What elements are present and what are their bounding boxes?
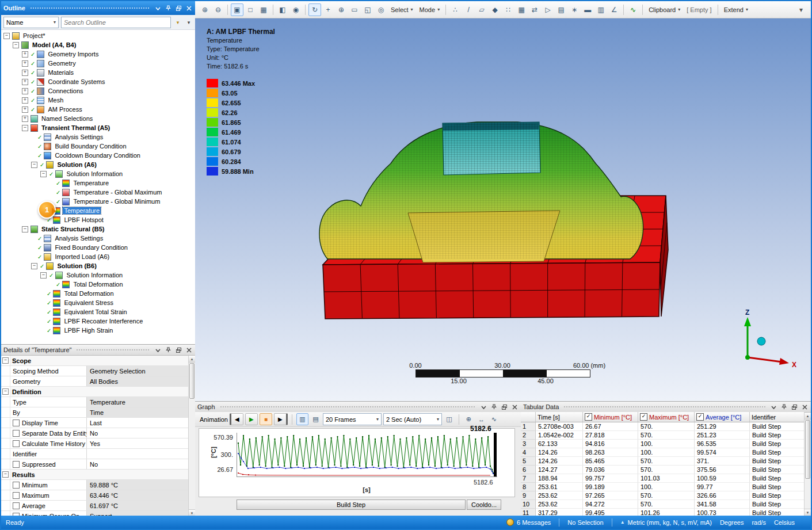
annotation-icon[interactable]: ◉ [289,3,302,16]
column-checkbox[interactable]: ✓ [696,413,704,421]
table-row[interactable]: 8253.6199.189100.99.77Build Step [521,483,805,491]
panel-menu-icon[interactable] [770,403,777,411]
tree-item-build-boundary-condition[interactable]: ✓Build Boundary Condition [1,142,195,151]
float-panel-icon[interactable] [175,5,182,12]
tree-item-temperature[interactable]: ✓Temperature [1,206,195,215]
parameter-checkbox[interactable] [13,461,20,468]
export-video-icon[interactable]: ◫ [444,414,455,425]
details-scrollbar[interactable]: ▲ ▼ [188,356,195,516]
column-header-minimum-c[interactable]: ✓Minimum [°C] [583,412,638,422]
tree-expander-icon[interactable]: − [22,226,28,232]
table-row[interactable]: 11317.2999.495101.26100.73Build Step [521,509,805,516]
column-checkbox[interactable]: ✓ [585,413,592,421]
previous-frame-button[interactable]: ◀ [230,413,243,425]
chart-icon[interactable]: ∿ [627,3,639,16]
select-edges-icon[interactable]: / [462,3,475,16]
magnifier-icon[interactable]: ◎ [375,3,387,16]
panel-menu-icon[interactable] [480,403,487,411]
pin-icon[interactable] [780,403,788,411]
detail-value[interactable]: No [87,459,188,469]
unit-system-status[interactable]: ▲ Metric (mm, kg, N, s, mV, mA) [620,519,712,526]
tree-item-temperature-global-minimum[interactable]: ✓Temperature - Global Minimum [1,197,195,206]
messages-status[interactable]: 6 Messages [506,518,551,526]
column-header-average-c[interactable]: ✓Average [°C] [695,412,750,422]
pan-graph-icon[interactable]: ↔ [476,414,487,425]
tree-expander-icon[interactable]: + [22,51,28,58]
select-dropdown[interactable]: Select▾ [388,4,416,16]
select-bodies-icon[interactable]: ◆ [489,3,501,16]
distributed-frames-icon[interactable]: ▤ [310,414,321,425]
tree-item-geometry[interactable]: +✓Geometry [1,59,195,68]
result-sets-icon[interactable]: ▥ [296,413,308,425]
tree-item-geometry-imports[interactable]: +✓Geometry Imports [1,49,195,59]
column-header-maximum-c[interactable]: ✓Maximum [°C] [638,412,695,422]
table-row[interactable]: 21.0542e-00227.818570.251.23Build Step [521,431,805,440]
model-viewport[interactable]: A: AM LPBF ThermalTemperatureType: Tempe… [195,18,811,401]
table-row[interactable]: 10253.6294.272570.341.58Build Step [521,500,805,509]
name-filter-dropdown[interactable]: Name ▾ [3,17,59,28]
tree-item-solution-a6[interactable]: −✓Solution (A6) [1,160,195,169]
float-panel-icon[interactable] [175,346,182,354]
select-elements-icon[interactable]: ▦ [515,3,528,16]
pan-icon[interactable]: + [322,3,334,16]
table-row[interactable]: 6124.2779.036570.375.56Build Step [521,466,805,474]
tree-item-am-process[interactable]: +✓AM Process [1,105,195,114]
tree-item-static-structural-b5[interactable]: −Static Structural (B5) [1,224,195,234]
tree-item-materials[interactable]: +✓Materials [1,68,195,77]
tree-item-project[interactable]: −Project* [1,31,195,40]
tree-item-lpbf-hotspot[interactable]: ✓LPBF Hotspot [1,215,195,224]
tree-expander-icon[interactable]: − [40,171,47,177]
scroll-up-icon[interactable]: ▲ [189,356,195,363]
parameter-checkbox[interactable] [13,420,20,426]
tree-item-imported-load-a6[interactable]: ✓Imported Load (A6) [1,252,195,261]
tree-item-temperature-global-maximum[interactable]: ✓Temperature - Global Maximum [1,188,195,197]
tree-item-analysis-settings[interactable]: ✓Analysis Settings [1,132,195,142]
select-nodes-icon[interactable]: ∷ [502,3,514,16]
tree-item-temperature[interactable]: ✓Temperature [1,178,195,188]
ruler-icon[interactable]: ▬ [581,3,594,16]
panel-menu-icon[interactable] [154,5,162,12]
parameter-checkbox[interactable] [13,482,20,489]
named-selection-display-icon[interactable]: ▤ [555,3,567,16]
tree-item-model-a4-b4[interactable]: −Model (A4, B4) [1,40,195,49]
category-collapse-icon[interactable]: − [2,471,9,478]
tree-item-total-deformation[interactable]: ✓Total Deformation [1,289,195,298]
extend-selection-icon[interactable]: ▷ [542,3,554,16]
show-coordinates-icon[interactable]: ∗ [568,3,581,16]
close-panel-icon[interactable] [185,346,193,354]
extend-dropdown[interactable]: Extend▾ [721,4,751,16]
select-faces-icon[interactable]: ▱ [475,3,488,16]
tree-item-lpbf-high-strain[interactable]: ✓LPBF High Strain [1,326,195,335]
load-step-build-step[interactable]: Build Step [237,500,466,510]
detail-value[interactable]: Yes [87,439,188,448]
tree-item-solution-information[interactable]: −✓Solution Information [1,270,195,280]
section-plane-icon[interactable]: ◧ [276,3,289,16]
search-outline-input[interactable] [61,17,171,28]
tree-item-cooldown-boundary-condition[interactable]: ✓Cooldown Boundary Condition [1,151,195,160]
tree-item-lpbf-recoater-interference[interactable]: ✓LPBF Recoater Interference [1,317,195,326]
table-row[interactable]: 5124.2685.465570.371.Build Step [521,457,805,466]
column-checkbox[interactable]: ✓ [640,413,647,421]
tree-expander-icon[interactable]: + [22,88,28,94]
tree-expander-icon[interactable]: + [22,70,28,76]
tree-item-fixed-boundary-condition[interactable]: ✓Fixed Boundary Condition [1,243,195,252]
zoom-to-fit-icon[interactable]: ◱ [361,3,374,16]
tree-item-solution-information[interactable]: −✓Solution Information [1,169,195,178]
clipboard-dropdown[interactable]: Clipboard▾ [646,4,683,16]
table-row[interactable]: 362.13394.816100.96.535Build Step [521,440,805,448]
tree-item-coordinate-systems[interactable]: +✓Coordinate Systems [1,77,195,86]
zoom-graph-icon[interactable]: ⊕ [463,414,474,425]
box-zoom-icon[interactable]: ▭ [348,3,361,16]
parameter-checkbox[interactable] [13,440,20,447]
close-panel-icon[interactable] [511,403,519,411]
tree-item-total-deformation[interactable]: ✓Total Deformation [1,280,195,289]
toolbar-overflow-icon[interactable]: ▾ [795,3,807,16]
table-row[interactable]: 7188.9499.757101.03100.59Build Step [521,474,805,483]
tree-expander-icon[interactable]: + [22,116,28,122]
temperature-history-chart[interactable] [237,433,497,477]
float-panel-icon[interactable] [501,403,508,411]
detail-value[interactable] [87,449,188,459]
mode-dropdown[interactable]: Mode▾ [417,4,443,16]
frames-dropdown[interactable]: 20 Frames ▾ [323,413,382,425]
close-panel-icon[interactable] [185,5,193,12]
